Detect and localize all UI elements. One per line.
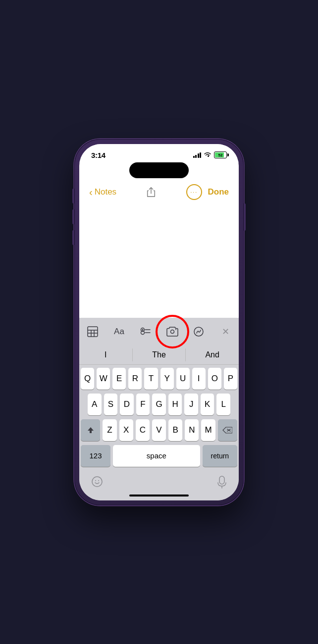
- svg-point-16: [95, 480, 96, 481]
- key-S[interactable]: S: [104, 394, 118, 415]
- delete-key[interactable]: [218, 419, 237, 441]
- key-J[interactable]: J: [184, 394, 198, 415]
- key-A[interactable]: A: [88, 394, 102, 415]
- key-O[interactable]: O: [208, 368, 221, 390]
- autocorrect-word-1[interactable]: I: [79, 348, 133, 361]
- svg-point-15: [92, 477, 102, 487]
- back-button[interactable]: ‹ Notes: [89, 187, 116, 197]
- svg-point-17: [98, 480, 99, 481]
- home-indicator: [129, 495, 189, 496]
- nav-right: ··· Done: [186, 184, 229, 200]
- keyboard-row-2: A S D F G H J K L: [81, 394, 237, 415]
- status-bar: 3:14 52: [79, 144, 239, 162]
- battery-icon: 52: [214, 151, 227, 158]
- nav-bar: ‹ Notes ··· Done: [79, 180, 239, 205]
- phone-device: 3:14 52: [74, 139, 244, 505]
- drawing-button[interactable]: [188, 323, 210, 341]
- return-key[interactable]: return: [203, 445, 237, 467]
- shift-key[interactable]: [81, 419, 100, 441]
- key-H[interactable]: H: [168, 394, 182, 415]
- key-R[interactable]: R: [128, 368, 142, 390]
- key-W[interactable]: W: [97, 368, 110, 390]
- key-P[interactable]: P: [224, 368, 237, 390]
- checklist-button[interactable]: [135, 323, 157, 341]
- key-I[interactable]: I: [192, 368, 206, 390]
- autocorrect-word-2[interactable]: The: [133, 348, 186, 361]
- format-button[interactable]: Aa: [108, 323, 130, 341]
- svg-rect-0: [88, 327, 98, 337]
- back-label: Notes: [95, 187, 116, 197]
- camera-button[interactable]: [161, 323, 183, 341]
- key-Q[interactable]: Q: [81, 368, 94, 390]
- key-Y[interactable]: Y: [160, 368, 174, 390]
- keyboard-row-4: 123 space return: [81, 445, 237, 467]
- svg-point-11: [175, 329, 176, 330]
- microphone-button[interactable]: [217, 476, 227, 491]
- emoji-button[interactable]: [91, 476, 103, 491]
- svg-point-6: [142, 329, 144, 330]
- key-C[interactable]: C: [136, 419, 150, 441]
- nav-center: [144, 185, 158, 199]
- numbers-key[interactable]: 123: [81, 445, 110, 467]
- format-label: Aa: [114, 327, 124, 337]
- autocorrect-bar: I The And: [79, 346, 239, 365]
- key-T[interactable]: T: [144, 368, 158, 390]
- table-button[interactable]: [82, 323, 104, 341]
- keyboard: Q W E R T Y U I O P A S D F G H J K: [79, 365, 239, 473]
- keyboard-row-1: Q W E R T Y U I O P: [81, 368, 237, 390]
- key-M[interactable]: M: [201, 419, 215, 441]
- key-E[interactable]: E: [112, 368, 126, 390]
- key-G[interactable]: G: [152, 394, 166, 415]
- svg-rect-18: [219, 476, 224, 484]
- chevron-left-icon: ‹: [89, 187, 93, 197]
- status-time: 3:14: [91, 151, 106, 159]
- signal-bars-icon: [193, 152, 202, 158]
- key-V[interactable]: V: [152, 419, 166, 441]
- note-content-area[interactable]: [79, 205, 239, 318]
- autocorrect-word-3[interactable]: And: [186, 348, 239, 361]
- space-key[interactable]: space: [113, 445, 200, 467]
- key-K[interactable]: K: [201, 394, 214, 415]
- formatting-toolbar: Aa: [79, 318, 239, 346]
- keyboard-row-3: Z X C V B N M: [81, 419, 237, 441]
- svg-point-10: [170, 330, 174, 333]
- key-U[interactable]: U: [176, 368, 190, 390]
- key-N[interactable]: N: [185, 419, 199, 441]
- close-toolbar-button[interactable]: ✕: [214, 323, 236, 341]
- more-options-button[interactable]: ···: [186, 184, 202, 200]
- share-button[interactable]: [144, 185, 158, 199]
- phone-screen: 3:14 52: [79, 144, 239, 500]
- home-indicator-bar: [79, 493, 239, 500]
- close-icon: ✕: [222, 326, 229, 337]
- dynamic-island: [129, 162, 189, 178]
- bottom-bar: [79, 473, 239, 493]
- key-L[interactable]: L: [216, 394, 230, 415]
- key-D[interactable]: D: [120, 394, 134, 415]
- key-X[interactable]: X: [119, 419, 133, 441]
- key-B[interactable]: B: [168, 419, 182, 441]
- key-F[interactable]: F: [136, 394, 150, 415]
- status-icons: 52: [193, 151, 227, 159]
- battery-level: 52: [218, 153, 223, 157]
- wifi-icon: [204, 151, 212, 159]
- key-Z[interactable]: Z: [103, 419, 116, 441]
- done-button[interactable]: Done: [208, 187, 229, 197]
